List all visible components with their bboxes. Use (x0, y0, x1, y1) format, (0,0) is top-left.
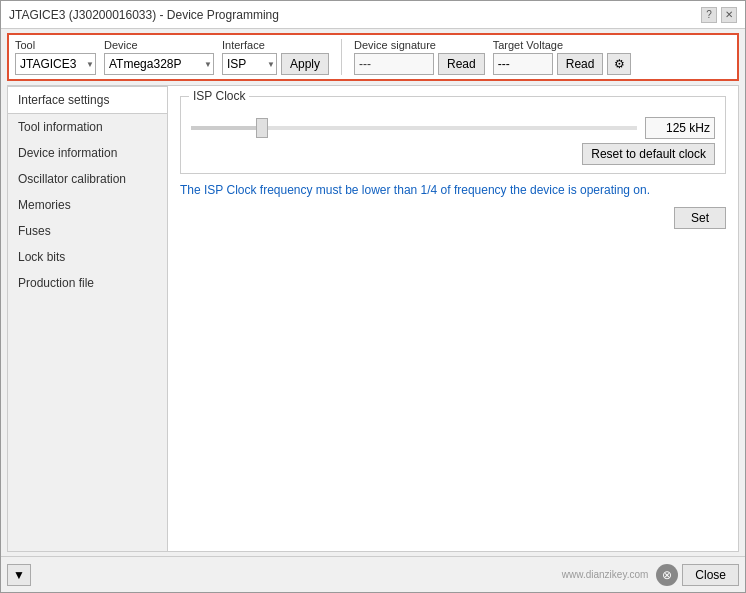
content-area: Interface settings Tool information Devi… (7, 85, 739, 552)
help-button[interactable]: ? (701, 7, 717, 23)
device-sig-group: Device signature Read (354, 39, 485, 75)
voltage-settings-button[interactable]: ⚙ (607, 53, 631, 75)
isp-clock-group: ISP Clock Reset to default clock (180, 96, 726, 174)
reset-clock-button[interactable]: Reset to default clock (582, 143, 715, 165)
sidebar-item-label: Lock bits (18, 250, 65, 264)
sidebar-item-oscillator-calibration[interactable]: Oscillator calibration (8, 166, 167, 192)
slider-row (191, 117, 715, 139)
sidebar: Interface settings Tool information Devi… (8, 86, 168, 551)
close-circle-icon: ⊗ (656, 564, 678, 586)
sidebar-item-label: Production file (18, 276, 94, 290)
interface-dropdown[interactable]: ISP (222, 53, 277, 75)
toolbar: Tool JTAGICE3 ▼ Device ATmega328P ▼ (7, 33, 739, 81)
tool-dropdown-wrapper: JTAGICE3 ▼ (15, 53, 96, 75)
sidebar-item-memories[interactable]: Memories (8, 192, 167, 218)
sidebar-item-lock-bits[interactable]: Lock bits (8, 244, 167, 270)
voltage-label: Target Voltage (493, 39, 632, 51)
device-dropdown[interactable]: ATmega328P (104, 53, 214, 75)
read-voltage-button[interactable]: Read (557, 53, 604, 75)
device-sig-label: Device signature (354, 39, 485, 51)
bottom-right: www.dianzikey.com ⊗ Close (562, 564, 739, 586)
interface-group: Interface ISP ▼ Apply (222, 39, 329, 75)
sidebar-item-label: Memories (18, 198, 71, 212)
close-btn-area: ⊗ Close (656, 564, 739, 586)
bottom-left: ▼ (7, 564, 31, 586)
bottom-dropdown-button[interactable]: ▼ (7, 564, 31, 586)
sidebar-item-device-information[interactable]: Device information (8, 140, 167, 166)
set-button[interactable]: Set (674, 207, 726, 229)
sidebar-item-label: Interface settings (18, 93, 109, 107)
sidebar-item-fuses[interactable]: Fuses (8, 218, 167, 244)
dropdown-arrow-icon: ▼ (13, 568, 25, 582)
close-button[interactable]: Close (682, 564, 739, 586)
sidebar-item-interface-settings[interactable]: Interface settings (8, 86, 167, 114)
title-bar: JTAGICE3 (J30200016033) - Device Program… (1, 1, 745, 29)
main-window: JTAGICE3 (J30200016033) - Device Program… (0, 0, 746, 593)
device-row: ATmega328P ▼ (104, 53, 214, 75)
watermark-text: www.dianzikey.com (562, 569, 649, 580)
voltage-group: Target Voltage Read ⚙ (493, 39, 632, 75)
voltage-input[interactable] (493, 53, 553, 75)
sidebar-item-label: Oscillator calibration (18, 172, 126, 186)
device-group: Device ATmega328P ▼ (104, 39, 214, 75)
isp-clock-info: The ISP Clock frequency must be lower th… (180, 182, 726, 199)
set-row: Set (180, 207, 726, 229)
sidebar-item-tool-information[interactable]: Tool information (8, 114, 167, 140)
device-label: Device (104, 39, 214, 51)
toolbar-separator (341, 39, 342, 75)
interface-label: Interface (222, 39, 329, 51)
apply-button[interactable]: Apply (281, 53, 329, 75)
tool-row: JTAGICE3 ▼ (15, 53, 96, 75)
tool-group: Tool JTAGICE3 ▼ (15, 39, 96, 75)
main-panel: ISP Clock Reset to default clock The ISP… (168, 86, 738, 551)
window-title: JTAGICE3 (J30200016033) - Device Program… (9, 8, 279, 22)
device-sig-input[interactable] (354, 53, 434, 75)
sidebar-item-production-file[interactable]: Production file (8, 270, 167, 296)
sidebar-item-label: Fuses (18, 224, 51, 238)
isp-clock-title: ISP Clock (189, 89, 249, 103)
interface-row: ISP ▼ Apply (222, 53, 329, 75)
device-dropdown-wrapper: ATmega328P ▼ (104, 53, 214, 75)
bottom-bar: ▼ www.dianzikey.com ⊗ Close (1, 556, 745, 592)
voltage-row: Read ⚙ (493, 53, 632, 75)
close-window-button[interactable]: ✕ (721, 7, 737, 23)
close-icon: ⊗ (662, 568, 672, 582)
title-bar-controls: ? ✕ (701, 7, 737, 23)
tool-label: Tool (15, 39, 96, 51)
reset-row: Reset to default clock (191, 143, 715, 165)
freq-display[interactable] (645, 117, 715, 139)
isp-clock-slider[interactable] (191, 126, 637, 130)
isp-clock-inner: Reset to default clock (191, 117, 715, 165)
sidebar-item-label: Tool information (18, 120, 103, 134)
gear-icon: ⚙ (614, 57, 625, 71)
sidebar-item-label: Device information (18, 146, 117, 160)
tool-dropdown[interactable]: JTAGICE3 (15, 53, 96, 75)
interface-dropdown-wrapper: ISP ▼ (222, 53, 277, 75)
device-sig-row: Read (354, 53, 485, 75)
read-sig-button[interactable]: Read (438, 53, 485, 75)
